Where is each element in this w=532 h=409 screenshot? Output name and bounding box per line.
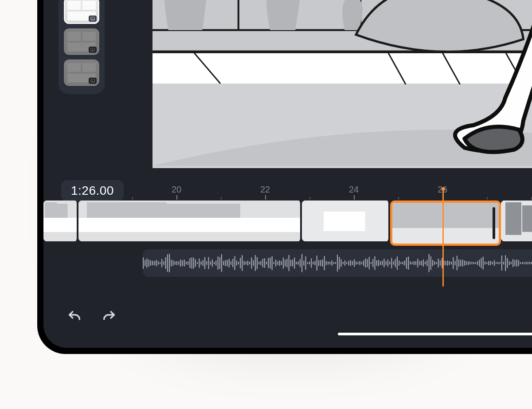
svg-rect-146 — [372, 259, 373, 267]
svg-rect-157 — [393, 261, 394, 265]
svg-rect-180 — [436, 262, 437, 264]
device-bezel: 1:26.00 20222426 — [37, 0, 532, 354]
svg-rect-227 — [524, 262, 524, 264]
svg-rect-228 — [526, 262, 527, 264]
svg-rect-126 — [335, 262, 336, 264]
svg-rect-165 — [408, 256, 409, 269]
undo-button[interactable] — [63, 305, 86, 328]
frame-strip[interactable] — [43, 201, 532, 241]
svg-rect-144 — [369, 257, 370, 269]
svg-rect-176 — [429, 254, 430, 272]
svg-rect-153 — [386, 261, 387, 265]
svg-rect-161 — [400, 262, 401, 264]
svg-rect-120 — [324, 256, 325, 270]
timeline-frame[interactable] — [390, 201, 501, 246]
svg-rect-196 — [466, 261, 467, 265]
svg-rect-152 — [383, 259, 384, 267]
svg-rect-73 — [236, 260, 237, 265]
svg-rect-149 — [378, 260, 379, 267]
svg-rect-30 — [156, 260, 156, 266]
svg-rect-212 — [496, 262, 497, 264]
svg-rect-85 — [258, 262, 259, 264]
svg-rect-64 — [219, 257, 220, 269]
image-icon — [89, 78, 97, 84]
svg-rect-201 — [475, 262, 476, 264]
svg-rect-25 — [146, 259, 147, 268]
svg-rect-169 — [415, 261, 416, 265]
svg-rect-222 — [514, 260, 515, 266]
svg-rect-67 — [225, 260, 226, 266]
svg-rect-125 — [333, 262, 334, 264]
svg-rect-203 — [479, 260, 480, 267]
svg-rect-92 — [272, 256, 273, 270]
svg-rect-26 — [149, 260, 149, 267]
timeline-frame[interactable] — [302, 201, 390, 241]
svg-rect-132 — [346, 262, 347, 264]
svg-rect-190 — [454, 261, 455, 265]
svg-rect-131 — [344, 260, 345, 266]
timeline-frame[interactable] — [501, 201, 532, 241]
svg-rect-204 — [481, 258, 481, 268]
svg-rect-71 — [232, 259, 233, 267]
layer-thumb-1[interactable] — [64, 0, 99, 24]
redo-button[interactable] — [98, 305, 121, 328]
svg-rect-114 — [313, 262, 313, 264]
svg-rect-112 — [309, 262, 310, 264]
svg-rect-148 — [376, 260, 377, 266]
svg-rect-216 — [503, 262, 504, 264]
svg-rect-133 — [348, 261, 349, 265]
svg-rect-197 — [468, 261, 469, 265]
layer-thumb-2[interactable] — [64, 28, 99, 55]
app-screen: 1:26.00 20222426 — [43, 0, 532, 348]
svg-rect-175 — [426, 260, 427, 266]
canvas-preview[interactable] — [153, 0, 532, 168]
ruler-tick — [221, 197, 222, 200]
svg-rect-174 — [425, 262, 426, 264]
svg-rect-185 — [445, 261, 446, 265]
svg-rect-37 — [169, 254, 170, 272]
svg-rect-213 — [497, 262, 498, 264]
timeline-frame[interactable] — [78, 201, 302, 241]
svg-rect-65 — [221, 254, 222, 271]
svg-rect-88 — [264, 258, 265, 267]
audio-track[interactable] — [143, 249, 532, 277]
layer-thumb-3[interactable] — [64, 59, 99, 86]
svg-rect-209 — [490, 261, 491, 265]
ruler-tick — [487, 197, 488, 200]
svg-rect-198 — [469, 262, 470, 265]
svg-rect-162 — [403, 262, 403, 264]
svg-rect-211 — [494, 260, 495, 266]
svg-rect-108 — [301, 254, 302, 272]
timeline: 1:26.00 20222426 — [43, 175, 532, 348]
svg-rect-109 — [303, 261, 304, 266]
svg-rect-43 — [180, 260, 181, 267]
svg-rect-121 — [326, 261, 327, 265]
svg-rect-138 — [357, 262, 358, 264]
svg-rect-93 — [274, 262, 274, 264]
svg-rect-47 — [188, 261, 188, 265]
ruler[interactable]: 20222426 — [43, 185, 532, 200]
svg-rect-202 — [477, 261, 478, 265]
image-icon — [89, 47, 97, 53]
playhead[interactable] — [442, 188, 444, 287]
svg-rect-98 — [283, 258, 284, 269]
ruler-label: 22 — [260, 185, 270, 195]
ruler-tick — [354, 195, 355, 200]
svg-rect-111 — [307, 262, 308, 264]
svg-rect-206 — [485, 262, 485, 265]
ruler-tick — [265, 195, 266, 200]
svg-rect-94 — [275, 260, 276, 267]
svg-rect-179 — [434, 261, 435, 265]
timeline-frame[interactable] — [43, 201, 78, 241]
svg-rect-172 — [421, 261, 422, 266]
svg-rect-68 — [227, 260, 228, 266]
svg-rect-122 — [328, 262, 329, 265]
svg-rect-23 — [143, 257, 144, 269]
svg-rect-128 — [339, 257, 340, 269]
svg-rect-42 — [178, 261, 179, 265]
svg-rect-195 — [464, 260, 465, 266]
svg-rect-48 — [189, 258, 190, 268]
svg-rect-127 — [337, 255, 338, 271]
svg-rect-105 — [296, 262, 297, 264]
svg-rect-77 — [244, 261, 245, 265]
